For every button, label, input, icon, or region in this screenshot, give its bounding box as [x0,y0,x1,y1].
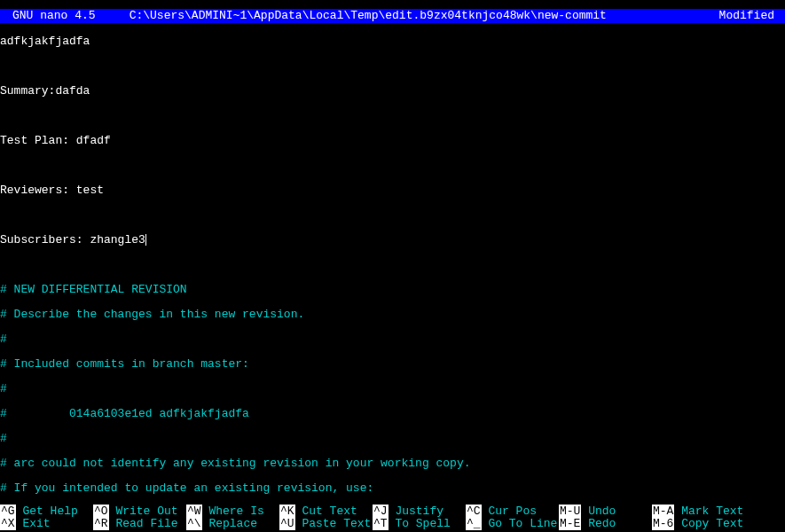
content-line[interactable] [0,160,785,172]
exit-shortcut: ^X Exit [0,518,93,530]
footer-row-2: ^X Exit ^R Read File ^\ Replace ^U Paste… [0,518,785,530]
shortcut-key: ^U [279,517,295,530]
cuttext-shortcut: ^K Cut Text [279,505,373,518]
readfile-shortcut: ^R Read File [93,518,186,530]
content-line[interactable]: Summary:dafda [0,85,785,98]
shortcut-label: Get Help [16,505,78,518]
shortcut-label: Mark Text [674,505,743,518]
whereis-shortcut: ^W Where Is [186,505,279,518]
footer-row-1: ^G Get Help ^O Write Out ^W Where Is ^K … [0,505,785,518]
marktext-shortcut: M-A Mark Text [652,505,785,518]
replace-shortcut: ^\ Replace [186,518,279,530]
comment-line[interactable]: # Included commits in branch master: [0,358,785,371]
modified-status: Modified [719,9,783,23]
shortcut-key: M-E [559,517,581,530]
comment-line[interactable]: # [0,333,785,346]
shortcut-key: M-A [652,505,674,518]
content-line[interactable] [0,259,785,271]
content-line[interactable] [0,110,785,122]
comment-line[interactable]: # [0,433,785,445]
comment-line[interactable]: # Describe the changes in this new revis… [0,309,785,321]
comment-line[interactable]: # NEW DIFFERENTIAL REVISION [0,284,785,296]
pastetext-shortcut: ^U Paste Text [279,518,373,530]
shortcut-label: Read File [109,517,178,530]
shortcut-key: ^C [466,505,482,518]
content-line[interactable]: Test Plan: dfadf [0,135,785,147]
comment-line[interactable]: # arc could not identify any existing re… [0,458,785,470]
shortcut-label: To Spell [389,517,451,530]
shortcut-label: Cut Text [295,505,357,518]
shortcut-label: Justify [389,505,444,518]
shortcut-key: ^T [373,517,389,530]
text-cursor [145,234,146,246]
shortcut-key: ^G [0,505,16,518]
shortcut-key: ^J [373,505,389,518]
shortcut-label: Paste Text [295,517,372,530]
shortcut-key: ^\ [186,517,202,530]
content-line[interactable] [0,209,785,222]
shortcut-key: ^R [93,517,109,530]
top-blank-area [0,0,785,9]
nano-footer: ^G Get Help ^O Write Out ^W Where Is ^K … [0,505,785,532]
content-line[interactable] [0,60,785,73]
help-shortcut: ^G Get Help [0,505,93,518]
file-path: C:\Users\ADMINI~1\AppData\Local\Temp\edi… [130,9,719,23]
comment-line[interactable]: # 014a6103e1ed adfkjakfjadfa [0,408,785,420]
nano-header-bar: GNU nano 4.5 C:\Users\ADMINI~1\AppData\L… [0,9,785,23]
shortcut-label: Redo [581,517,616,530]
shortcut-label: Where Is [202,505,264,518]
curpos-shortcut: ^C Cur Pos [466,505,559,518]
content-line[interactable]: Reviewers: test [0,184,785,197]
redo-shortcut: M-E Redo [559,518,652,530]
shortcut-label: Cur Pos [482,505,537,518]
editor-area[interactable]: adfkjakfjadfa Summary:dafda Test Plan: d… [0,23,785,505]
shortcut-key: M-6 [652,517,674,530]
content-line[interactable]: adfkjakfjadfa [0,35,785,48]
comment-line[interactable]: # [0,383,785,395]
shortcut-label: Exit [16,517,51,530]
shortcut-key: ^_ [466,517,482,530]
subscribers-text: Subscribers: zhangle3 [0,233,145,246]
gotoline-shortcut: ^_ Go To Line [466,518,559,530]
shortcut-key: M-U [559,505,581,518]
shortcut-label: Write Out [109,505,178,518]
comment-line[interactable]: # If you intended to update an existing … [0,482,785,495]
shortcut-key: ^K [279,505,295,518]
shortcut-key: ^X [0,517,16,530]
shortcut-key: ^W [186,505,202,518]
writeout-shortcut: ^O Write Out [93,505,186,518]
undo-shortcut: M-U Undo [559,505,652,518]
justify-shortcut: ^J Justify [373,505,466,518]
app-name: GNU nano 4.5 [2,9,130,23]
copytext-shortcut: M-6 Copy Text [652,518,785,530]
shortcut-label: Copy Text [674,517,743,530]
tospell-shortcut: ^T To Spell [373,518,466,530]
shortcut-label: Replace [202,517,257,530]
shortcut-label: Undo [581,505,616,518]
shortcut-label: Go To Line [482,517,558,530]
content-line-cursor[interactable]: Subscribers: zhangle3 [0,234,785,246]
shortcut-key: ^O [93,505,109,518]
